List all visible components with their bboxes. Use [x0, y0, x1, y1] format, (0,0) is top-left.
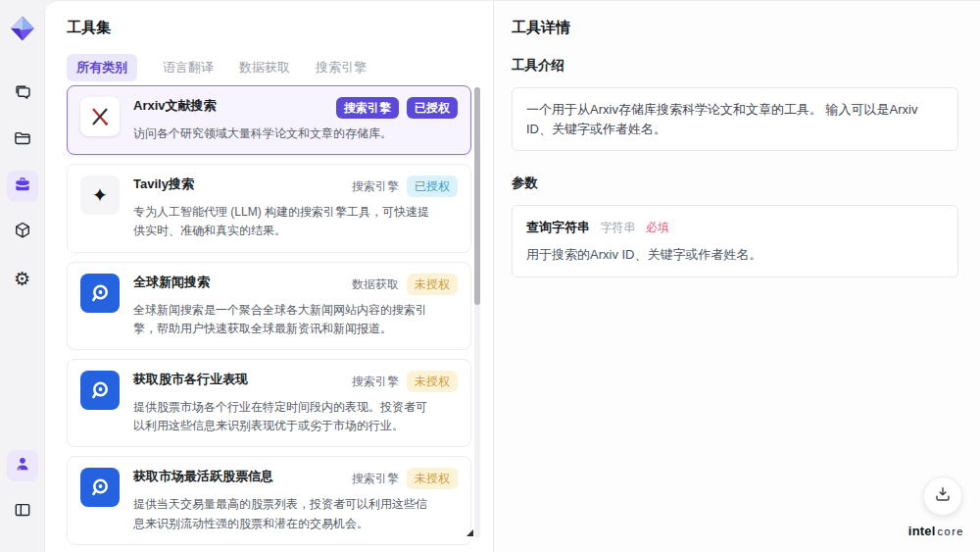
tool-title: 获取市场最活跃股票信息 [133, 468, 273, 485]
category-tabs: 所有类别 语言翻译 数据获取 搜索引擎 [67, 54, 493, 81]
sidebar-item-tools[interactable] [7, 171, 38, 202]
folder-icon [13, 128, 32, 152]
sidebar-item-plugins[interactable] [7, 217, 38, 248]
param-box: 查询字符串 字符串 必填 用于搜索的Arxiv ID、关键字或作者姓名。 [512, 205, 958, 277]
category-tab[interactable]: 搜索引擎 [316, 54, 367, 81]
tool-description: 提供当天交易量最高的股票列表，投资者可以利用这些信息来识别流动性强的股票和潜在的… [133, 495, 458, 532]
intro-box: 一个用于从Arxiv存储库搜索科学论文和文章的工具。 输入可以是Arxiv ID… [512, 87, 958, 151]
sidebar-item-profile[interactable] [7, 450, 38, 481]
tool-title: 获取股市各行业表现 [133, 371, 248, 388]
download-button[interactable] [923, 477, 962, 516]
tianapi-logo-icon [88, 378, 112, 402]
app-logo-icon[interactable] [6, 12, 39, 45]
briefcase-icon [13, 175, 32, 198]
tool-description: 专为人工智能代理 (LLM) 构建的搜索引擎工具，可快速提供实时、准确和真实的结… [133, 203, 458, 240]
tool-card[interactable]: ✦ 获取股市各行业表现 搜索引擎 未授权 提供股票市场各个行业在特定时间段内的表… [67, 359, 471, 447]
tools-panel: 工具集 所有类别 语言翻译 数据获取 搜索引擎 ✦ [45, 1, 493, 552]
param-type: 字符串 [600, 221, 635, 234]
intro-text: 一个用于从Arxiv存储库搜索科学论文和文章的工具。 输入可以是Arxiv ID… [526, 100, 944, 138]
tool-description: 全球新闻搜索是一个聚合全球各大新闻网站内容的搜索引擎，帮助用户快速获取全球最新资… [133, 301, 458, 338]
sidebar-item-chat[interactable] [7, 78, 38, 110]
tool-icon: ✦ [80, 176, 120, 215]
page-title: 工具集 [67, 19, 493, 37]
cube-icon [13, 221, 32, 244]
tool-icon: ✦ [80, 468, 120, 507]
auth-status-badge: 未授权 [407, 371, 458, 392]
sidebar-item-settings[interactable]: ⚙ [7, 263, 38, 294]
auth-status-badge: 未授权 [407, 468, 458, 489]
sidebar: ⚙ [0, 0, 44, 552]
tool-icon: ✦ [80, 97, 120, 136]
param-required-badge: 必填 [646, 221, 669, 234]
params-heading: 参数 [512, 175, 958, 192]
category-badge: 搜索引擎 [352, 468, 399, 489]
tianapi-logo-icon [88, 281, 112, 305]
category-tab[interactable]: 所有类别 [67, 54, 137, 81]
tool-title: 全球新闻搜索 [133, 274, 210, 291]
gear-icon: ⚙ [14, 270, 30, 288]
intro-heading: 工具介绍 [512, 57, 958, 75]
param-header: 查询字符串 字符串 必填 [526, 218, 944, 236]
tavily-star-icon: ✦ [92, 185, 109, 205]
tool-card[interactable]: ✦ 全球新闻搜索 数据获取 未授权 全球新闻搜索是一个聚合全球各大新闻网站内容的… [67, 262, 471, 350]
tool-card[interactable]: ✦ Tavily搜索 搜索引擎 已授权 专为人工智能代理 (LLM) 构建的搜索… [67, 164, 471, 252]
details-title: 工具详情 [512, 19, 958, 37]
category-badge: 数据获取 [352, 274, 399, 295]
auth-status-badge: 已授权 [407, 97, 458, 119]
category-badge: 搜索引擎 [352, 371, 399, 392]
tool-title: Tavily搜索 [133, 176, 194, 193]
tool-title: Arxiv文献搜索 [133, 97, 217, 115]
tool-description: 提供股票市场各个行业在特定时间段内的表现。投资者可以利用这些信息来识别表现优于或… [133, 398, 458, 435]
tool-icon: ✦ [80, 371, 120, 410]
arxiv-logo-icon [89, 106, 111, 127]
download-icon [933, 484, 953, 508]
category-badge: 搜索引擎 [352, 176, 399, 197]
scrollbar-thumb[interactable] [474, 87, 480, 305]
chat-icon [13, 82, 32, 106]
panel-toggle-icon [13, 500, 32, 524]
scrollbar-track[interactable] [474, 87, 480, 538]
tool-icon: ✦ [80, 274, 120, 313]
scroll-down-arrow[interactable] [466, 529, 473, 536]
sidebar-item-files[interactable] [7, 125, 38, 156]
tool-description: 访问各个研究领域大量科学论文和文章的存储库。 [133, 125, 458, 143]
tool-details-panel: 工具详情 工具介绍 一个用于从Arxiv存储库搜索科学论文和文章的工具。 输入可… [493, 1, 980, 552]
main-surface: 工具集 所有类别 语言翻译 数据获取 搜索引擎 ✦ [44, 0, 980, 552]
auth-status-badge: 已授权 [407, 176, 458, 197]
param-name: 查询字符串 [526, 220, 590, 234]
auth-status-badge: 未授权 [407, 274, 458, 295]
tool-card[interactable]: ✦ 获取市场最活跃股票信息 搜索引擎 未授权 提供当天交易量最高的股票列表，投资… [67, 456, 471, 544]
brand-intel: intel [908, 524, 936, 538]
user-icon [13, 454, 32, 477]
sidebar-item-collapse[interactable] [7, 496, 38, 527]
category-badge: 搜索引擎 [336, 97, 399, 119]
tool-list: ✦ Arxiv文献搜索 搜索引擎 已授权 访问各个研究领域大量科学论文和文章的存… [67, 85, 471, 552]
param-description: 用于搜索的Arxiv ID、关键字或作者姓名。 [526, 245, 944, 265]
tianapi-logo-icon [88, 476, 112, 499]
category-tab[interactable]: 数据获取 [239, 54, 290, 81]
category-tab[interactable]: 语言翻译 [163, 54, 214, 81]
brand-core: core [938, 526, 964, 537]
intel-core-logo: intelcore [908, 522, 964, 539]
tool-card[interactable]: ✦ Arxiv文献搜索 搜索引擎 已授权 访问各个研究领域大量科学论文和文章的存… [67, 85, 471, 155]
